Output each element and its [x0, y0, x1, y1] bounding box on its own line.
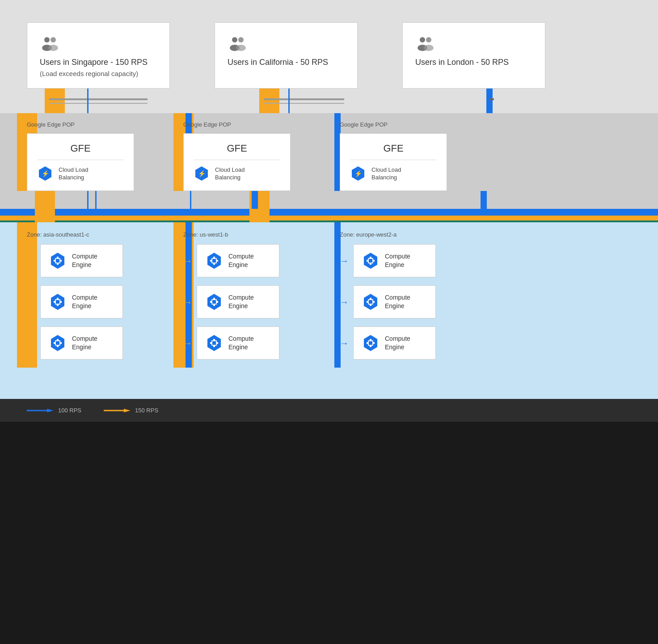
ce-card-eu-2: ComputeEngine — [353, 285, 436, 318]
gfe-title-ca: GFE — [194, 143, 280, 154]
svg-marker-85 — [124, 409, 131, 412]
orange-bar-backbone-ca — [249, 209, 270, 222]
svg-rect-48 — [212, 300, 216, 304]
svg-rect-51 — [210, 301, 212, 303]
zones-bottom-space — [0, 390, 658, 399]
svg-rect-36 — [57, 345, 59, 347]
arrow-sg-3: → — [27, 338, 36, 348]
legend-blue-arrow — [27, 407, 54, 414]
legend-section: 100 RPS 150 RPS — [0, 399, 658, 422]
svg-rect-28 — [57, 298, 59, 300]
scroll-line-eu — [489, 98, 494, 100]
blue-bar-col3-top — [486, 89, 493, 113]
ce-card-sg-2: ComputeEngine — [40, 285, 123, 318]
svg-rect-23 — [54, 260, 55, 262]
edge-pop-london: Google Edge POP GFE ⚡ Cloud LoadBalancin… — [340, 121, 451, 191]
svg-rect-79 — [367, 342, 368, 344]
users-icon-singapore — [40, 35, 59, 51]
ce-label-sg-2: ComputeEngine — [72, 293, 97, 310]
legend-blue-text: 100 RPS — [58, 407, 81, 414]
user-card-singapore: Users in Singapore - 150 RPS (Load excee… — [27, 22, 170, 89]
gfe-sg-down-line — [87, 191, 89, 209]
scroll-line-sg2 — [49, 103, 148, 104]
clb-icon-ca: ⚡ — [194, 165, 210, 182]
gfe-ca-down-line — [190, 191, 191, 209]
edge-pops-section: Google Edge POP GFE ⚡ Cloud LoadBalancin… — [0, 113, 658, 191]
user-label-singapore: Users in Singapore - 150 RPS — [40, 57, 157, 68]
users-icon-california — [228, 35, 247, 51]
clb-label-sg: Cloud LoadBalancing — [59, 166, 89, 182]
svg-point-7 — [236, 45, 246, 51]
compute-icon-eu-1 — [362, 252, 380, 270]
compute-icon-sg-1 — [49, 252, 67, 270]
legend-orange-arrow — [104, 407, 131, 414]
svg-marker-82 — [47, 409, 54, 412]
edge-pop-singapore: Google Edge POP GFE ⚡ Cloud LoadBalancin… — [27, 121, 139, 191]
svg-rect-34 — [56, 341, 59, 345]
arrow-ca-2: → — [183, 297, 192, 307]
arrow-sg-1: → — [27, 256, 36, 266]
users-icon-london — [415, 35, 435, 51]
scroll-line-sg — [49, 98, 148, 100]
legend-orange-text: 150 RPS — [135, 407, 158, 414]
ce-card-eu-1: ComputeEngine — [353, 244, 436, 277]
user-label-london: Users in London - 50 RPS — [415, 57, 532, 68]
svg-point-10 — [426, 37, 431, 42]
orange-bar-sg-mid — [35, 191, 55, 209]
edge-pop-california: Google Edge POP GFE ⚡ Cloud LoadBalancin… — [183, 121, 295, 191]
compute-icon-ca-3 — [205, 334, 223, 352]
svg-rect-63 — [370, 257, 371, 258]
ce-row-ca-1: → ComputeEngine — [183, 244, 295, 277]
clb-row-ca: ⚡ Cloud LoadBalancing — [194, 165, 280, 182]
sg-gfe-line-mid — [95, 191, 97, 209]
compute-icon-sg-2 — [49, 293, 67, 311]
ce-label-sg-3: ComputeEngine — [72, 335, 97, 352]
svg-rect-42 — [213, 257, 215, 258]
compute-icon-eu-2 — [362, 293, 380, 311]
ce-row-sg-2: → ComputeEngine — [27, 285, 139, 318]
svg-rect-73 — [373, 301, 375, 303]
orange-bar-backbone-sg — [35, 209, 55, 222]
clb-label-ca: Cloud LoadBalancing — [215, 166, 245, 182]
ce-row-eu-1: → ComputeEngine — [340, 244, 451, 277]
svg-rect-35 — [57, 339, 59, 341]
svg-rect-69 — [369, 300, 372, 304]
arrow-eu-1: → — [340, 256, 349, 266]
scroll-line-ca2 — [264, 103, 344, 104]
svg-rect-44 — [210, 260, 212, 262]
arrow-ca-3: → — [183, 338, 192, 348]
svg-rect-78 — [370, 345, 371, 347]
zone-label-eu: Zone: europe-west2-a — [340, 231, 451, 238]
svg-point-8 — [420, 37, 425, 42]
arrow-sg-2: → — [27, 297, 36, 307]
user-card-california: Users in California - 50 RPS — [215, 22, 358, 89]
ce-label-eu-1: ComputeEngine — [385, 252, 410, 269]
backbone-blue-top — [0, 209, 658, 216]
svg-rect-49 — [213, 298, 215, 300]
svg-text:⚡: ⚡ — [354, 170, 363, 178]
ce-label-ca-2: ComputeEngine — [228, 293, 254, 310]
svg-rect-41 — [212, 259, 216, 263]
ce-row-ca-3: → ComputeEngine — [183, 326, 295, 360]
blue-bar-eu-mid — [481, 191, 487, 209]
svg-rect-37 — [54, 342, 55, 344]
svg-rect-57 — [213, 345, 215, 347]
users-section: Users in Singapore - 150 RPS (Load excee… — [0, 0, 658, 89]
ce-row-ca-2: → ComputeEngine — [183, 285, 295, 318]
svg-rect-50 — [213, 304, 215, 306]
svg-point-2 — [51, 37, 56, 42]
ce-label-ca-1: ComputeEngine — [228, 252, 254, 269]
svg-rect-20 — [56, 259, 59, 263]
svg-rect-72 — [367, 301, 368, 303]
compute-icon-ca-1 — [205, 252, 223, 270]
svg-rect-58 — [210, 342, 212, 344]
ce-row-eu-2: → ComputeEngine — [340, 285, 451, 318]
svg-rect-27 — [56, 300, 59, 304]
clb-label-eu: Cloud LoadBalancing — [371, 166, 401, 182]
gfe-title-eu: GFE — [350, 143, 437, 154]
ce-label-ca-3: ComputeEngine — [228, 335, 254, 352]
zone-label-ca: Zone: us-west1-b — [183, 231, 295, 238]
ce-card-sg-1: ComputeEngine — [40, 244, 123, 277]
ce-card-sg-3: ComputeEngine — [40, 326, 123, 360]
gfe-card-eu: GFE ⚡ Cloud LoadBalancing — [340, 133, 447, 191]
